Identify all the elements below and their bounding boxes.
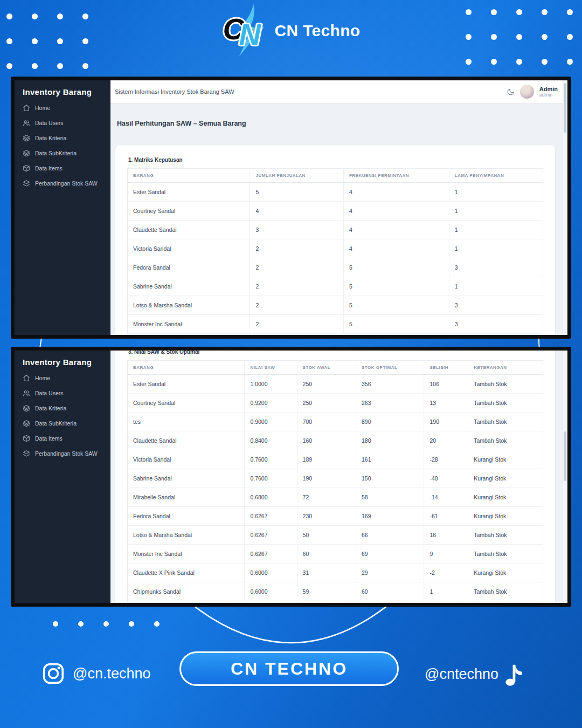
- column-header: FREKUENSI PERMINTAAN: [343, 169, 449, 183]
- sidebar-item-data-users[interactable]: Data Users: [23, 387, 102, 399]
- table-cell: 161: [356, 450, 424, 469]
- sidebar-item-data-kriteria[interactable]: Data Kriteria: [23, 132, 102, 144]
- decorative-dot: [57, 63, 63, 69]
- table-cell: 0.6267: [245, 545, 297, 564]
- brand-header: C N CN Techno: [0, 8, 582, 54]
- table-cell: Kurangi Stok: [468, 450, 543, 469]
- section-label: 3. Nilai SAW & Stok Optimal: [128, 351, 542, 355]
- scrollbar-thumb[interactable]: [564, 83, 566, 133]
- table-cell: 3: [449, 258, 543, 277]
- table-cell: 180: [356, 431, 424, 450]
- table-cell: Ester Sandal: [128, 183, 250, 202]
- table-cell: 50: [297, 526, 356, 545]
- sidebar-item-data-subkriteria[interactable]: Data SubKriteria: [23, 147, 102, 159]
- sidebar-item-home[interactable]: Home: [23, 102, 102, 114]
- scrollbar[interactable]: [563, 351, 567, 603]
- sidebar-item-label: Data SubKriteria: [35, 150, 77, 156]
- table-cell: Sabrine Sandal: [128, 277, 250, 296]
- table-cell: 230: [297, 507, 356, 526]
- sidebar-item-label: Home: [35, 105, 50, 111]
- sidebar-item-label: Data Items: [35, 165, 63, 171]
- main-area: 3. Nilai SAW & Stok Optimal BARANGNILAI …: [110, 351, 567, 603]
- users-icon: [23, 389, 30, 397]
- sidebar-item-home[interactable]: Home: [23, 372, 102, 384]
- table-cell: Victoria Sandal: [128, 239, 250, 258]
- table-cell: Kurangi Stok: [468, 564, 543, 582]
- table-cell: 0.6000: [245, 564, 297, 582]
- table-cell: -2: [424, 564, 468, 582]
- table-cell: 5: [343, 296, 449, 315]
- table-row: Sabrine Sandal0.7600190150-40Kurangi Sto…: [128, 469, 543, 488]
- table-cell: 190: [424, 413, 468, 431]
- table-cell: 5: [343, 258, 449, 277]
- table-cell: -40: [424, 469, 468, 488]
- sidebar-item-label: Perbandingan Stok SAW: [35, 450, 98, 457]
- user-menu[interactable]: Admin admin: [539, 86, 558, 98]
- app-screenshot-1: Inventory Barang HomeData UsersData Krit…: [11, 77, 571, 339]
- table-cell: 1.0000: [245, 375, 297, 394]
- avatar[interactable]: [520, 85, 534, 99]
- table-cell: [128, 334, 250, 335]
- table-row: Monster Inc Sandal253: [128, 315, 543, 334]
- sidebar-item-data-subkriteria[interactable]: Data SubKriteria: [23, 417, 102, 429]
- table-cell: Claudette Sandal: [128, 431, 245, 450]
- table-cell: 0.8400: [245, 431, 297, 450]
- table-cell: 5: [250, 183, 343, 202]
- decorative-dot: [567, 59, 573, 65]
- table-cell: 4: [343, 183, 449, 202]
- table-cell: 3: [449, 315, 543, 334]
- sidebar-item-data-items[interactable]: Data Items: [23, 432, 102, 444]
- page-content: 3. Nilai SAW & Stok Optimal BARANGNILAI …: [110, 351, 567, 603]
- sidebar-nav: HomeData UsersData KriteriaData SubKrite…: [23, 102, 102, 189]
- sidebar-nav: HomeData UsersData KriteriaData SubKrite…: [23, 372, 102, 459]
- sidebar-title: Inventory Barang: [23, 87, 102, 98]
- section-label: 1. Matriks Keputusan: [128, 157, 542, 163]
- dark-mode-toggle[interactable]: [507, 88, 515, 96]
- table-cell: Claudette Sandal: [128, 221, 250, 239]
- sidebar-item-perbandingan-stok-saw[interactable]: Perbandingan Stok SAW: [23, 177, 102, 189]
- sidebar-item-data-kriteria[interactable]: Data Kriteria: [23, 402, 102, 414]
- table-cell: 190: [297, 469, 356, 488]
- poster: C N CN Techno Inventory Barang HomeData …: [0, 0, 582, 728]
- table-cell: Monster Inc Sandal: [128, 545, 245, 564]
- sidebar-item-label: Data Kriteria: [35, 135, 66, 141]
- sidebar-item-label: Data Kriteria: [35, 405, 66, 411]
- table-cell: Kurangi Stok: [468, 469, 543, 488]
- layers-icon: [23, 149, 30, 157]
- instagram-icon: [41, 661, 66, 686]
- table-cell: 890: [356, 413, 424, 431]
- decorative-dot: [516, 59, 522, 65]
- decorative-dot: [82, 63, 88, 69]
- tiktok-handle: @cntechno: [425, 666, 498, 683]
- scrollbar[interactable]: [563, 80, 567, 335]
- table-cell: 0.9200: [245, 394, 297, 413]
- table-row: Victoria Sandal241: [128, 239, 543, 258]
- decorative-dot: [542, 59, 548, 65]
- sidebar-item-label: Data SubKriteria: [35, 420, 77, 427]
- table-cell: 58: [356, 488, 424, 507]
- table-row: Fedora Sandal253: [128, 258, 543, 277]
- table-row: Lotso & Marsha Sandal253: [128, 296, 543, 315]
- sidebar-item-perbandingan-stok-saw[interactable]: Perbandingan Stok SAW: [23, 448, 102, 459]
- home-icon: [23, 374, 30, 382]
- scrollbar-thumb[interactable]: [564, 431, 566, 481]
- decorative-dot: [78, 621, 84, 627]
- sidebar-item-data-items[interactable]: Data Items: [23, 162, 102, 174]
- table-cell: 20: [297, 601, 356, 603]
- table-cell: [250, 334, 343, 335]
- table-row: Claudette X Pink Sandal0.60003129-2Kuran…: [128, 564, 543, 582]
- table-cell: 3: [250, 221, 343, 239]
- instagram-handle-group: @cn.techno: [41, 661, 151, 686]
- sidebar-item-data-users[interactable]: Data Users: [23, 117, 102, 129]
- table-row: Claudette Sandal0.840016018020Tambah Sto…: [128, 431, 543, 450]
- table-cell: Tambah Stok: [468, 601, 543, 603]
- topbar: Sistem Informasi Inventory Stok Barang S…: [110, 80, 567, 104]
- cn-logo-icon: C N: [222, 8, 271, 54]
- table-cell: 2: [250, 239, 343, 258]
- topbar-right: Admin admin: [507, 85, 558, 99]
- table-cell: Chipmunks Sandal: [128, 582, 245, 601]
- topbar-title: Sistem Informasi Inventory Stok Barang S…: [115, 88, 234, 95]
- table-cell: Tambah Stok: [468, 413, 543, 431]
- table-cell: Fedora Sandal: [128, 507, 245, 526]
- table-cell: 0.6000: [245, 601, 297, 603]
